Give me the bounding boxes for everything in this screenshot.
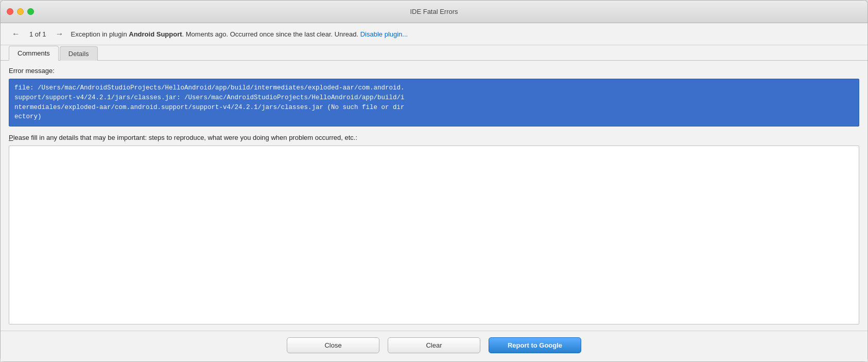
plugin-name: Android Support <box>129 30 182 38</box>
details-label-text: lease fill in any details that may be im… <box>13 134 357 141</box>
maximize-window-button[interactable] <box>27 8 34 15</box>
error-code-box[interactable]: file: /Users/mac/AndroidStudioProjects/H… <box>9 79 859 126</box>
nav-counter: 1 of 1 <box>29 30 46 38</box>
traffic-lights <box>7 8 34 15</box>
minimize-window-button[interactable] <box>17 8 24 15</box>
ide-fatal-errors-window: IDE Fatal Errors ← 1 of 1 → Exception in… <box>0 0 868 362</box>
nav-message-prefix: Exception in plugin <box>71 30 129 38</box>
main-content-area: ← 1 of 1 → Exception in plugin Android S… <box>1 23 867 361</box>
window-title: IDE Fatal Errors <box>410 8 458 15</box>
nav-forward-button[interactable]: → <box>53 28 67 40</box>
details-textarea[interactable] <box>9 146 859 324</box>
title-bar: IDE Fatal Errors <box>1 1 867 23</box>
nav-back-button[interactable]: ← <box>9 28 23 40</box>
tabs-bar: Comments Details <box>1 45 867 61</box>
nav-message: Exception in plugin Android Support. Mom… <box>71 30 859 38</box>
details-label-underline-char: P <box>9 134 13 141</box>
close-button[interactable]: Close <box>287 337 379 353</box>
nav-bar: ← 1 of 1 → Exception in plugin Android S… <box>1 23 867 45</box>
clear-button[interactable]: Clear <box>388 337 480 353</box>
disable-plugin-link[interactable]: Disable plugin... <box>360 30 408 38</box>
tab-details[interactable]: Details <box>60 46 98 61</box>
report-to-google-button[interactable]: Report to Google <box>489 337 581 353</box>
error-message-label: Error message: <box>9 67 859 75</box>
tab-content-comments: Error message: file: /Users/mac/AndroidS… <box>1 61 867 331</box>
tab-comments[interactable]: Comments <box>9 46 59 61</box>
footer: Close Clear Report to Google <box>1 331 867 361</box>
close-window-button[interactable] <box>7 8 13 15</box>
details-label: Please fill in any details that may be i… <box>9 134 859 141</box>
nav-message-suffix: . Moments ago. Occurred once since the l… <box>182 30 359 38</box>
